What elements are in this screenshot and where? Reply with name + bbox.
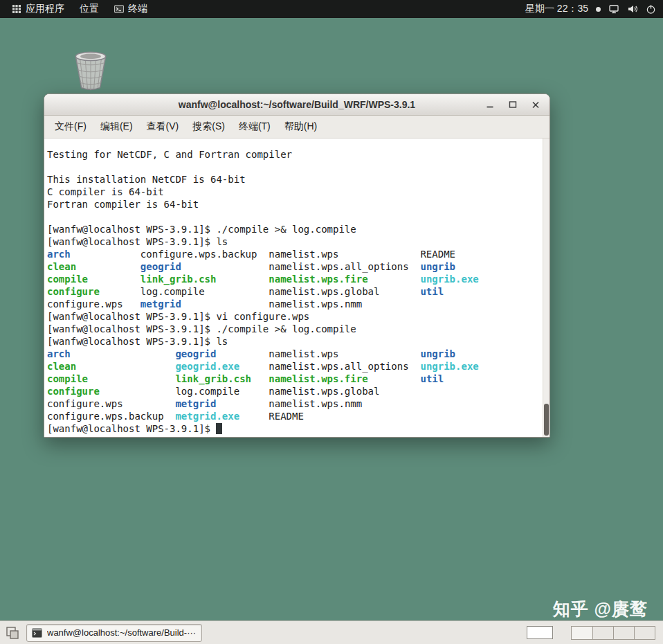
volume-icon[interactable] [627,3,638,15]
terminal-line: clean geogrid namelist.wps.all_options u… [47,260,541,273]
terminal-line: [wanfw@localhost WPS-3.9.1]$ ./compile >… [47,223,541,235]
terminal-icon [32,628,42,638]
show-desktop-button[interactable] [5,625,20,641]
terminal-line: [wanfw@localhost WPS-3.9.1]$ [47,422,541,435]
network-icon[interactable] [608,3,619,15]
applications-icon [12,4,21,14]
menu-applications-label: 应用程序 [26,3,64,15]
menu-help[interactable]: 帮助(H) [278,117,324,136]
trash-icon[interactable] [68,47,113,93]
terminal-line: arch configure.wps.backup namelist.wps R… [47,248,541,260]
terminal-line: This installation NetCDF is 64-bit [47,173,541,186]
terminal-line: configure log.compile namelist.wps.globa… [47,285,541,298]
scrollbar-thumb[interactable] [544,404,549,436]
terminal-window: wanfw@localhost:~/software/Build_WRF/WPS… [44,93,550,438]
scrollbar[interactable] [543,138,550,437]
terminal-cursor [216,423,221,434]
workspace-3[interactable] [613,627,634,639]
minimize-icon [486,100,494,109]
terminal-line: configure.wps metgrid namelist.wps.nmm [47,298,541,310]
taskbar-tray [527,626,655,640]
window-title: wanfw@localhost:~/software/Build_WRF/WPS… [179,99,415,110]
menu-view[interactable]: 查看(V) [140,117,186,136]
terminal-line: [wanfw@localhost WPS-3.9.1]$ ls [47,335,541,348]
terminal-line: Fortran compiler is 64-bit [47,198,541,211]
terminal-line [47,161,541,173]
menu-terminal[interactable]: 终端 [107,0,155,18]
panel-menus: 应用程序 位置 终端 [4,0,155,18]
close-button[interactable] [527,97,544,112]
tray-applet[interactable] [527,626,553,639]
show-desktop-icon [6,627,19,639]
menu-search[interactable]: 搜索(S) [185,117,232,136]
terminal-line: [wanfw@localhost WPS-3.9.1]$ ./compile >… [47,323,541,335]
terminal-icon [114,4,124,14]
terminal-line: configure log.compile namelist.wps.globa… [47,385,541,397]
watermark: 知乎 @賡鹜 [553,598,648,620]
menu-file[interactable]: 文件(F) [48,117,93,136]
workspace-switcher [571,626,655,640]
minimize-button[interactable] [482,97,498,112]
panel-status-area: 星期一 22：35 [525,3,659,15]
desktop[interactable]: wanfw@localhost:~/software/Build_WRF/WPS… [0,18,663,620]
maximize-icon [509,100,517,109]
menu-places-label: 位置 [80,3,99,15]
terminal-line: configure.wps.backup metgrid.exe README [47,410,541,422]
close-icon [532,100,540,109]
clock[interactable]: 星期一 22：35 [525,3,588,15]
terminal-line: [wanfw@localhost WPS-3.9.1]$ ls [47,235,541,248]
taskbar: wanfw@localhost:~/software/Build-··· [0,620,663,644]
power-icon[interactable] [646,4,656,15]
menu-places[interactable]: 位置 [72,0,107,18]
terminal-line: Testing for NetCDF, C and Fortran compil… [47,148,541,161]
terminal-line [47,211,541,223]
maximize-button[interactable] [505,97,521,112]
taskbar-window-button[interactable]: wanfw@localhost:~/software/Build-··· [26,624,202,642]
workspace-2[interactable] [592,627,613,639]
menu-terminal-label: 终端 [128,3,147,15]
workspace-4[interactable] [634,627,655,639]
workspace-1[interactable] [572,627,592,639]
window-titlebar[interactable]: wanfw@localhost:~/software/Build_WRF/WPS… [44,94,550,116]
menu-applications[interactable]: 应用程序 [4,0,72,18]
window-controls [482,94,544,115]
menu-terminal[interactable]: 终端(T) [232,117,278,136]
terminal-line: [wanfw@localhost WPS-3.9.1]$ vi configur… [47,310,541,323]
terminal-line: compile link_grib.csh namelist.wps.fire … [47,273,541,285]
top-panel: 应用程序 位置 终端 星期一 22：35 [0,0,663,18]
notification-dot-icon [596,7,601,12]
terminal-output[interactable]: Testing for NetCDF, C and Fortran compil… [44,138,550,437]
menu-edit[interactable]: 编辑(E) [93,117,140,136]
terminal-lines: Testing for NetCDF, C and Fortran compil… [47,148,541,435]
terminal-menubar: 文件(F) 编辑(E) 查看(V) 搜索(S) 终端(T) 帮助(H) [44,116,550,138]
terminal-line: configure.wps metgrid namelist.wps.nmm [47,397,541,410]
terminal-line: compile link_grib.csh namelist.wps.fire … [47,373,541,385]
terminal-line: arch geogrid namelist.wps ungrib [47,348,541,360]
terminal-line: C compiler is 64-bit [47,186,541,198]
terminal-line: clean geogrid.exe namelist.wps.all_optio… [47,360,541,373]
taskbar-window-label: wanfw@localhost:~/software/Build-··· [47,627,196,638]
